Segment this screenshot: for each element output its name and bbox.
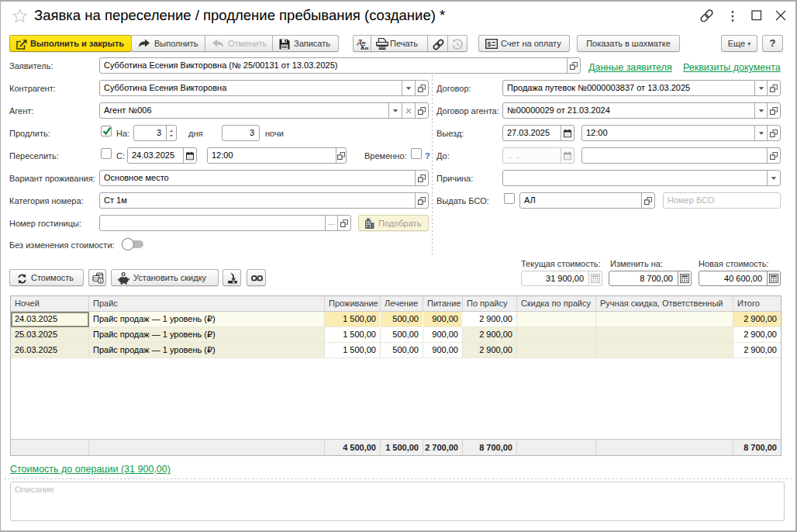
svg-text:$: $: [488, 40, 492, 48]
svg-text:Кт: Кт: [360, 43, 369, 50]
